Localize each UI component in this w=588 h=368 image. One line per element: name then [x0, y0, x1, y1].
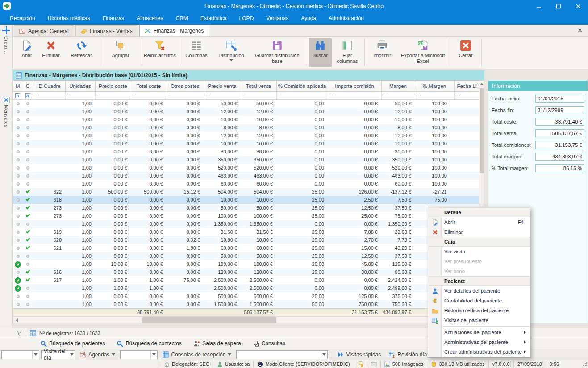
close-button[interactable]	[568, 0, 588, 12]
tab-close-icon[interactable]	[576, 27, 584, 34]
grid-row[interactable]: 1,000,00 €0,00 €0,00 €463,00 €463,00 €0,…	[13, 172, 480, 180]
info-value-input[interactable]: 434.893,97 €	[535, 153, 584, 161]
ribbon-agrupar[interactable]: Agrupar	[103, 38, 138, 67]
grid-row[interactable]: 1,001,00 €1,00 €2.500,00 €2.500,00 €0,00…	[13, 284, 480, 292]
column-header-margen[interactable]: % Margen	[415, 81, 454, 91]
info-value-input[interactable]: 38.791,40 €	[535, 118, 584, 126]
ribbon-reiniciar-filtros[interactable]: Reiniciar filtros	[143, 38, 176, 67]
column-header-id-cuadre[interactable]: ID Cuadre	[33, 81, 65, 91]
ribbon-guardar-distribucion-base[interactable]: Guardar distribución base	[251, 38, 304, 67]
quickbar-busqueda-de-contactos[interactable]: Búsqueda de contactos	[117, 340, 181, 347]
context-menu-item-historia-medica-del-paciente[interactable]: Historia médica del paciente	[428, 306, 530, 315]
filter-cell-fecha-li[interactable]: =	[454, 91, 480, 99]
column-header-c[interactable]: C	[23, 81, 33, 91]
combo-box[interactable]	[236, 350, 328, 359]
context-menu-item-abrir[interactable]: AbrirF4	[428, 217, 530, 227]
filter-funnel-icon[interactable]	[16, 330, 22, 336]
vertical-scrollbar-thumb[interactable]	[480, 88, 484, 173]
context-menu-item-administrativas-del-paciente[interactable]: Administrativas del paciente	[428, 337, 530, 347]
horizontal-scrollbar[interactable]	[13, 316, 484, 323]
grid-row[interactable]: 6161,000,00 €0,00 €0,00 €120,00 €120,00 …	[13, 268, 480, 276]
grid-row[interactable]: 1,000,00 €0,00 €0,00 €12,00 €12,00 €0,00…	[13, 132, 480, 140]
grid-row[interactable]: 1,000,00 €0,00 €0,00 €8,00 €8,00 €0,000,…	[13, 124, 480, 132]
menu-historias-medicas[interactable]: Historias médicas	[42, 12, 96, 25]
grid-row[interactable]: 1,000,00 €0,00 €0,00 €520,00 €520,00 €0,…	[13, 164, 480, 172]
tab-agenda-general[interactable]: Agenda: General	[14, 25, 74, 36]
create-plus-icon[interactable]	[2, 26, 10, 34]
minimize-button[interactable]	[529, 0, 549, 12]
ribbon-imprimir[interactable]: Imprimir	[367, 38, 397, 67]
filter-cell-comision-aplicada[interactable]: =	[276, 91, 328, 99]
info-value-input[interactable]: 31/12/2999	[535, 106, 584, 114]
menu-almacenes[interactable]: Almacenes	[130, 12, 169, 25]
combo-box[interactable]: Visita del día	[41, 350, 75, 359]
messages-label[interactable]: Mensajes	[4, 105, 9, 128]
column-header-otros-costes[interactable]: Otros costes	[167, 81, 204, 91]
filter-cell-otros-costes[interactable]: =	[167, 91, 204, 99]
ribbon-fijar-columnas[interactable]: Fijar columnas	[333, 38, 362, 67]
button-visitas-rapidas[interactable]: Visitas rápidas	[334, 350, 384, 359]
info-value-input[interactable]: 01/01/2015	[535, 95, 584, 103]
ribbon-columnas[interactable]: Columnas	[181, 38, 212, 67]
tab-finanzas-margenes[interactable]: Finanzas - Márgenes	[139, 25, 209, 36]
ribbon-abrir[interactable]: Abrir	[17, 38, 37, 67]
grid-row[interactable]: 1,000,00 €0,00 €0,00 €12,00 €12,00 €0,00…	[13, 108, 480, 116]
grid-row[interactable]: 2731,000,00 €0,00 €0,00 €50,00 €50,00 €2…	[13, 204, 480, 212]
button-agendas[interactable]: Agendas	[77, 350, 118, 359]
menu-finanzas[interactable]: Finanzas	[96, 12, 130, 25]
grid-row[interactable]: 1,000,00 €0,00 €0,00 €1.350,00 €1.350,00…	[13, 220, 480, 228]
filter-cell-precio-venta[interactable]: =	[204, 91, 241, 99]
menu-estadistica[interactable]: Estadística	[194, 12, 233, 25]
filter-cell-m[interactable]: A	[13, 91, 23, 99]
context-menu-item-crear-administrativas-del-paciente[interactable]: Crear administrativas del paciente	[428, 347, 530, 357]
grid-row[interactable]: 6211,000,00 €0,00 €1,80 €60,00 €60,00 €2…	[13, 244, 480, 252]
grid-row[interactable]: 6201,000,00 €0,00 €0,32 €10,80 €10,80 €2…	[13, 236, 480, 244]
ribbon-eliminar[interactable]: Eliminar	[38, 38, 64, 67]
context-menu-item-eliminar[interactable]: Eliminar	[428, 227, 530, 237]
info-value-input[interactable]: 505.137,57 €	[535, 129, 584, 137]
combo-box[interactable]	[1, 350, 39, 359]
scroll-left-icon[interactable]	[13, 317, 20, 323]
grid-row[interactable]: 6171,001,00 €1,00 €75,00 €2.500,00 €2.50…	[13, 276, 480, 284]
filter-cell-id-cuadre[interactable]: =	[33, 91, 65, 99]
column-header-m[interactable]: M	[13, 81, 23, 91]
ribbon-cerrar[interactable]: Cerrar	[452, 38, 479, 67]
messages-icon[interactable]	[3, 97, 10, 103]
info-value-input[interactable]: 86,15 %	[535, 164, 584, 172]
filter-cell-margen[interactable]: =	[381, 91, 415, 99]
ribbon-distribucion[interactable]: Distribución	[213, 38, 250, 67]
grid-row[interactable]: 6181,000,00 €0,00 €0,00 €10,00 €10,00 €2…	[13, 196, 480, 204]
context-menu-item-contabilidad-del-paciente[interactable]: €Contabilidad del paciente	[428, 296, 530, 306]
column-header-total-venta[interactable]: Total venta	[241, 81, 276, 91]
ribbon-buscar[interactable]: Buscar	[309, 38, 332, 67]
filter-cell-precio-coste[interactable]: =	[95, 91, 131, 99]
filter-cell-total-venta[interactable]: =	[241, 91, 276, 99]
button-consolas-de-recepcion[interactable]: Consolas de recepción	[159, 350, 234, 359]
column-header-precio-coste[interactable]: Precio coste	[95, 81, 131, 91]
grid-row[interactable]: 1,000,00 €0,00 €0,00 €10,00 €10,00 €0,00…	[13, 140, 480, 148]
column-header-fecha-li[interactable]: Fecha Li	[454, 81, 480, 91]
grid-row[interactable]: 1,000,00 €0,00 €0,00 €1.500,00 €1.500,00…	[13, 300, 480, 308]
context-menu-item-ver-detalles-del-paciente[interactable]: Ver detalles del paciente	[428, 286, 530, 296]
grid-row[interactable]: 2731,000,00 €0,00 €0,00 €100,00 €100,00 …	[13, 212, 480, 220]
menu-recepcion[interactable]: Recepción	[4, 12, 42, 25]
menu-ayuda[interactable]: Ayuda	[295, 12, 322, 25]
context-menu-item-visitas-del-paciente[interactable]: Visitas del paciente	[428, 315, 530, 325]
maximize-button[interactable]	[549, 0, 568, 12]
context-menu-item-actuaciones-del-paciente[interactable]: Actuaciones del paciente	[428, 327, 530, 337]
quickbar-salas-de-espera[interactable]: Salas de espera	[193, 340, 241, 347]
grid-row[interactable]: 1,0010,00 €10,00 €0,00 €180,00 €180,00 €…	[13, 260, 480, 268]
create-label[interactable]: Crear...	[4, 36, 9, 54]
grid-row[interactable]: 1,000,00 €0,00 €0,00 €50,00 €50,00 €0,00…	[13, 99, 480, 108]
horizontal-scrollbar-thumb[interactable]	[142, 317, 276, 323]
grid-row[interactable]: 1,000,00 €0,00 €0,00 €10,00 €10,00 €0,00…	[13, 116, 480, 124]
column-header-importe-comision[interactable]: Importe comisión	[328, 81, 381, 91]
quickbar-busqueda-de-pacientes[interactable]: Búsqueda de pacientes	[40, 340, 105, 347]
grid-row[interactable]: 6191,000,00 €0,00 €0,00 €31,50 €31,50 €2…	[13, 228, 480, 236]
filter-cell-unidades[interactable]: =	[65, 91, 95, 99]
menu-crm[interactable]: CRM	[169, 12, 194, 25]
grid-row[interactable]: 1,000,00 €0,00 €0,00 €500,00 €500,00 €25…	[13, 292, 480, 300]
button-revision-dia[interactable]: Revisión día	[386, 350, 430, 359]
filter-cell-total-coste[interactable]: =	[131, 91, 167, 99]
context-menu-item-ver-visita[interactable]: Ver visita	[428, 247, 530, 256]
